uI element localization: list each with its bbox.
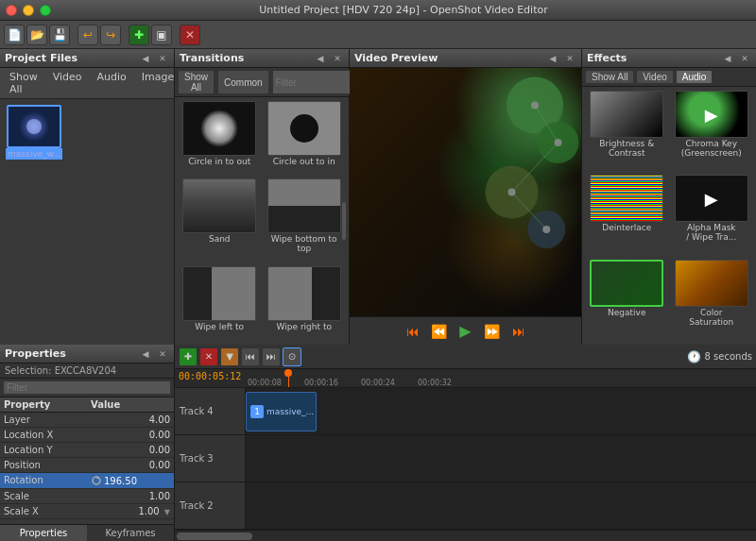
new-button[interactable]: 📄 xyxy=(4,25,25,45)
effects-tabs: Show All Video Audio xyxy=(582,68,756,87)
prop-tab-properties[interactable]: Properties xyxy=(0,525,87,541)
rewind-start-button[interactable]: ⏮ xyxy=(403,321,423,342)
prop-tab-keyframes[interactable]: Keyframes xyxy=(87,525,174,541)
save-button[interactable]: 💾 xyxy=(49,25,70,45)
close-button[interactable] xyxy=(6,5,17,16)
tl-track-4-content[interactable]: 1 massive_... xyxy=(246,388,756,434)
tr-label-circle-in: Circle in to out xyxy=(188,157,250,166)
redo-button[interactable]: ↪ xyxy=(100,25,121,45)
properties-title: Properties xyxy=(5,347,135,360)
ef-item-chroma[interactable]: Chroma Key(Greenscreen) xyxy=(671,91,753,172)
tr-item-circle-out[interactable]: Circle out to in xyxy=(264,101,346,176)
tr-label-circle-out: Circle out to in xyxy=(273,157,335,166)
rewind-button[interactable]: ⏪ xyxy=(429,321,450,342)
prop-icon-right[interactable]: ✕ xyxy=(156,347,169,361)
vp-icon-right[interactable]: ✕ xyxy=(563,52,576,65)
cursor-head xyxy=(284,369,292,377)
timeline-scrollbar[interactable] xyxy=(175,530,756,541)
prop-val-rotation[interactable]: 196.50 xyxy=(87,473,174,488)
tl-jump-start-btn[interactable]: ⏮ xyxy=(241,347,260,366)
tr-thumb-wipe-left xyxy=(182,266,256,321)
tl-clip-1[interactable]: 1 massive_... xyxy=(246,392,317,431)
vp-icon-left[interactable]: ◀ xyxy=(546,52,559,65)
ef-tab-audio[interactable]: Audio xyxy=(676,70,713,84)
svg-point-2 xyxy=(26,119,42,134)
ef-label-brightness: Brightness &Contrast xyxy=(599,139,654,158)
prop-table-header: Property Value xyxy=(0,397,174,413)
tl-remove-track-btn[interactable]: ✕ xyxy=(199,347,218,366)
pf-tab-image[interactable]: Image xyxy=(136,70,180,96)
property-filter-input[interactable] xyxy=(3,380,171,395)
prop-row-layer[interactable]: Layer 4.00 xyxy=(0,413,174,428)
tr-item-sand[interactable]: Sand xyxy=(179,178,261,262)
record-button[interactable]: ▣ xyxy=(151,25,172,45)
ef-item-negative[interactable]: Negative xyxy=(586,260,668,341)
tr-item-wipe-left[interactable]: Wipe left to xyxy=(179,266,261,341)
prop-row-rotation[interactable]: Rotation 196.50 xyxy=(0,473,174,489)
open-button[interactable]: 📂 xyxy=(26,25,47,45)
ef-icon-left[interactable]: ◀ xyxy=(721,52,734,65)
prop-row-scalex[interactable]: Scale X 1.00 ▼ xyxy=(0,504,174,519)
pf-tab-showall[interactable]: Show All xyxy=(4,70,43,96)
tl-track-2: Track 2 xyxy=(175,482,756,530)
transitions-filter-bar: Show All Common xyxy=(175,68,349,97)
tr-item-wipe-bottom[interactable]: Wipe bottom to top xyxy=(264,178,346,262)
tl-clip-label: massive_... xyxy=(266,407,314,416)
pf-tab-video[interactable]: Video xyxy=(47,70,88,96)
video-preview-panel: Video Preview ◀ ✕ xyxy=(350,49,581,345)
pf-icon-right[interactable]: ✕ xyxy=(156,52,169,65)
add-button[interactable]: ✚ xyxy=(129,25,149,45)
tr-showall-btn[interactable]: Show All xyxy=(178,70,215,94)
forward-button[interactable]: ⏩ xyxy=(482,321,503,342)
tl-track-2-content[interactable] xyxy=(246,482,756,529)
prop-row-locx[interactable]: Location X 0.00 xyxy=(0,428,174,443)
prop-row-position[interactable]: Position 0.00 xyxy=(0,458,174,473)
tl-scroll-thumb xyxy=(177,533,252,540)
tr-item-circle-in[interactable]: Circle in to out xyxy=(179,101,261,176)
property-selection: Selection: EXCCA8V204 xyxy=(0,363,174,379)
maximize-button[interactable] xyxy=(40,5,51,16)
file-item[interactable]: massive_w... xyxy=(6,105,62,160)
video-canvas-area xyxy=(350,68,581,316)
minimize-button[interactable] xyxy=(23,5,34,16)
tr-common-btn[interactable]: Common xyxy=(217,70,269,94)
tl-jump-end-btn[interactable]: ⏭ xyxy=(262,347,281,366)
close-project-button[interactable]: ✕ xyxy=(180,25,200,45)
tl-add-track-btn[interactable]: ✚ xyxy=(179,347,198,366)
tr-item-wipe-right[interactable]: Wipe right to xyxy=(264,266,346,341)
pf-icon-left[interactable]: ◀ xyxy=(139,52,152,65)
ef-item-colorsat[interactable]: ColorSaturation xyxy=(671,260,753,341)
prop-val-position: 0.00 xyxy=(87,458,174,472)
tl-track-3-content[interactable] xyxy=(246,435,756,482)
forward-end-button[interactable]: ⏭ xyxy=(508,321,529,342)
ef-icon-right[interactable]: ✕ xyxy=(738,52,751,65)
tr-scrollbar[interactable] xyxy=(341,97,347,345)
tr-icon-left[interactable]: ◀ xyxy=(314,52,327,65)
tl-filter-btn[interactable]: ▼ xyxy=(220,347,239,366)
tr-icon-right[interactable]: ✕ xyxy=(331,52,344,65)
transitions-header: Transitions ◀ ✕ xyxy=(175,49,349,68)
prop-row-locy[interactable]: Location Y 0.00 xyxy=(0,443,174,458)
undo-button[interactable]: ↩ xyxy=(77,25,98,45)
main-toolbar: 📄 📂 💾 ↩ ↪ ✚ ▣ ✕ xyxy=(0,21,756,49)
prop-row-scale[interactable]: Scale 1.00 xyxy=(0,489,174,504)
ef-item-deinterlace[interactable]: Deinterlace xyxy=(586,175,668,256)
tl-tick-1: 00:00:16 xyxy=(302,379,359,387)
prop-icon-left[interactable]: ◀ xyxy=(139,347,152,361)
ef-label-deinterlace: Deinterlace xyxy=(602,223,651,232)
right-top-area: Video Preview ◀ ✕ xyxy=(350,49,756,345)
tl-center-btn[interactable]: ⊙ xyxy=(283,347,301,366)
ef-tab-video[interactable]: Video xyxy=(636,70,673,84)
timeline-cursor[interactable] xyxy=(288,369,289,387)
play-button[interactable]: ▶ xyxy=(455,321,476,342)
timeline-tracks: Track 4 1 massive_... Track 3 Track 2 xyxy=(175,388,756,530)
transitions-panel: Transitions ◀ ✕ Show All Common Circle i… xyxy=(175,49,350,345)
ef-tab-showall[interactable]: Show All xyxy=(585,70,634,84)
ef-item-alpha[interactable]: Alpha Mask/ Wipe Tra... xyxy=(671,175,753,256)
prop-key-scale: Scale xyxy=(0,489,87,503)
prop-val-layer: 4.00 xyxy=(87,413,174,427)
rotation-icon xyxy=(91,475,102,486)
rotation-value: 196.50 xyxy=(104,476,137,486)
ef-item-brightness[interactable]: Brightness &Contrast xyxy=(586,91,668,172)
pf-tab-audio[interactable]: Audio xyxy=(92,70,132,96)
